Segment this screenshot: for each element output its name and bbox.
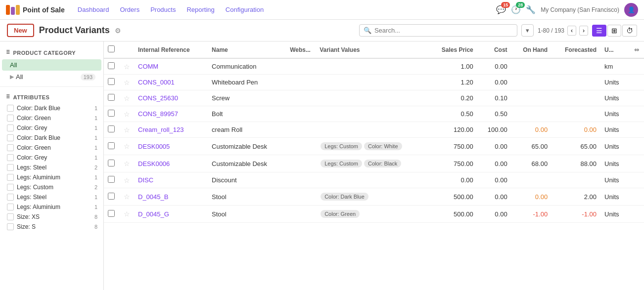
row-checkbox-4[interactable]: [104, 122, 120, 138]
row-checkbox-9[interactable]: [104, 206, 120, 223]
row-units-1: Units: [600, 75, 630, 90]
user-avatar[interactable]: 👤: [624, 3, 638, 17]
row-ref-0[interactable]: COMM: [134, 58, 208, 75]
sidebar-attr-item-8[interactable]: Legs: Custom 2: [0, 182, 103, 192]
nav-orders[interactable]: Orders: [115, 4, 144, 15]
sidebar-attr-item-12[interactable]: Size: S 8: [0, 222, 103, 232]
sidebar-item-all[interactable]: All: [2, 59, 101, 71]
attr-checkbox-12[interactable]: [7, 223, 14, 230]
row-star-8[interactable]: ☆: [120, 188, 134, 206]
star-icon: ☆: [124, 79, 130, 86]
kanban-view-button[interactable]: ⊞: [607, 25, 621, 37]
th-units[interactable]: U...: [600, 41, 630, 58]
row-checkbox-0[interactable]: [104, 58, 120, 75]
th-webs[interactable]: Webs...: [286, 41, 316, 58]
search-input[interactable]: [374, 27, 513, 34]
th-col-settings[interactable]: ⇔: [630, 41, 644, 58]
row-star-9[interactable]: ☆: [120, 206, 134, 223]
sidebar-attr-item-10[interactable]: Legs: Aluminium 1: [0, 202, 103, 212]
row-star-1[interactable]: ☆: [120, 75, 134, 90]
row-star-0[interactable]: ☆: [120, 58, 134, 75]
sidebar-attr-item-11[interactable]: Size: XS 8: [0, 212, 103, 222]
sidebar-attr-item-1[interactable]: Color: Green 1: [0, 113, 103, 123]
sidebar-item-all-count[interactable]: ▶ All 193: [2, 71, 101, 83]
select-all-checkbox-header[interactable]: [104, 41, 120, 58]
row-ref-1[interactable]: CONS_0001: [134, 75, 208, 90]
sidebar-attr-item-3[interactable]: Color: Dark Blue 1: [0, 133, 103, 143]
search-box: 🔍: [359, 24, 517, 37]
th-variants[interactable]: Variant Values: [316, 41, 428, 58]
settings-gear-icon[interactable]: ⚙: [115, 27, 121, 35]
sidebar-attr-item-4[interactable]: Color: Green 1: [0, 143, 103, 153]
th-onhand[interactable]: On Hand: [511, 41, 552, 58]
row-ref-3[interactable]: CONS_89957: [134, 106, 208, 122]
attr-checkbox-8[interactable]: [7, 184, 14, 191]
attr-label-9: Legs: Steel: [17, 194, 94, 201]
sidebar-attr-item-0[interactable]: Color: Dark Blue 1: [0, 103, 103, 113]
search-dropdown-button[interactable]: ▾: [521, 24, 534, 37]
th-cost[interactable]: Cost: [477, 41, 511, 58]
variant-badge: Color: Green: [321, 210, 360, 218]
row-checkbox-8[interactable]: [104, 188, 120, 206]
row-checkbox-1[interactable]: [104, 75, 120, 90]
row-checkbox-3[interactable]: [104, 106, 120, 122]
th-price[interactable]: Sales Price: [428, 41, 477, 58]
nav-dashboard[interactable]: Dashboard: [73, 4, 114, 15]
nav-configuration[interactable]: Configuration: [221, 4, 269, 15]
attr-label-3: Color: Dark Blue: [17, 134, 94, 141]
row-star-6[interactable]: ☆: [120, 155, 134, 172]
row-cost-5: 0.00: [477, 138, 511, 155]
row-forecasted-5: 65.00: [552, 138, 600, 155]
variant-badge: Color: White: [364, 142, 402, 150]
sidebar-attr-item-7[interactable]: Legs: Aluminium 1: [0, 172, 103, 182]
attr-checkbox-2[interactable]: [7, 124, 14, 131]
row-checkbox-2[interactable]: [104, 90, 120, 106]
row-ref-9[interactable]: D_0045_G: [134, 206, 208, 223]
row-ref-6[interactable]: DESK0006: [134, 155, 208, 172]
nav-products[interactable]: Products: [145, 4, 181, 15]
list-view-button[interactable]: ☰: [592, 25, 606, 37]
attr-checkbox-10[interactable]: [7, 204, 14, 210]
nav-reporting[interactable]: Reporting: [182, 4, 219, 15]
row-star-3[interactable]: ☆: [120, 106, 134, 122]
row-checkbox-7[interactable]: [104, 172, 120, 188]
row-ref-4[interactable]: Cream_roll_123: [134, 122, 208, 138]
attr-checkbox-1[interactable]: [7, 115, 14, 122]
sidebar-attr-item-2[interactable]: Color: Grey 1: [0, 123, 103, 133]
row-variants-5: Legs: CustomColor: White: [316, 138, 428, 155]
wrench-icon[interactable]: 🔧: [526, 5, 536, 14]
sidebar-attr-item-9[interactable]: Legs: Steel 1: [0, 192, 103, 202]
row-ref-8[interactable]: D_0045_B: [134, 188, 208, 206]
th-ref[interactable]: Internal Reference: [134, 41, 208, 58]
row-checkbox-6[interactable]: [104, 155, 120, 172]
prev-page-button[interactable]: ‹: [567, 26, 576, 36]
next-page-button[interactable]: ›: [579, 26, 588, 36]
row-checkbox-5[interactable]: [104, 138, 120, 155]
row-name-5: Customizable Desk: [208, 138, 286, 155]
attr-checkbox-6[interactable]: [7, 164, 14, 171]
sidebar-attr-item-6[interactable]: Legs: Steel 2: [0, 163, 103, 172]
row-ref-7[interactable]: DISC: [134, 172, 208, 188]
row-ref-5[interactable]: DESK0005: [134, 138, 208, 155]
star-icon: ☆: [124, 63, 130, 71]
attr-checkbox-9[interactable]: [7, 194, 14, 201]
row-star-5[interactable]: ☆: [120, 138, 134, 155]
attr-checkbox-5[interactable]: [7, 154, 14, 161]
attr-checkbox-0[interactable]: [7, 105, 14, 112]
clock-view-button[interactable]: ⏱: [622, 25, 637, 37]
row-star-2[interactable]: ☆: [120, 90, 134, 106]
attr-checkbox-11[interactable]: [7, 213, 14, 220]
row-star-7[interactable]: ☆: [120, 172, 134, 188]
sidebar-attr-item-5[interactable]: Color: Grey 1: [0, 153, 103, 163]
chat-notification-button[interactable]: 💬 15: [496, 5, 506, 14]
row-star-4[interactable]: ☆: [120, 122, 134, 138]
attr-checkbox-7[interactable]: [7, 174, 14, 181]
row-ref-2[interactable]: CONS_25630: [134, 90, 208, 106]
attr-checkbox-3[interactable]: [7, 134, 14, 141]
activity-notification-button[interactable]: 🕐 28: [511, 5, 521, 14]
grid-icon: ⠿: [6, 49, 10, 56]
th-name[interactable]: Name: [208, 41, 286, 58]
attr-checkbox-4[interactable]: [7, 144, 14, 151]
th-forecasted[interactable]: Forecasted: [552, 41, 600, 58]
new-button[interactable]: New: [7, 24, 34, 37]
